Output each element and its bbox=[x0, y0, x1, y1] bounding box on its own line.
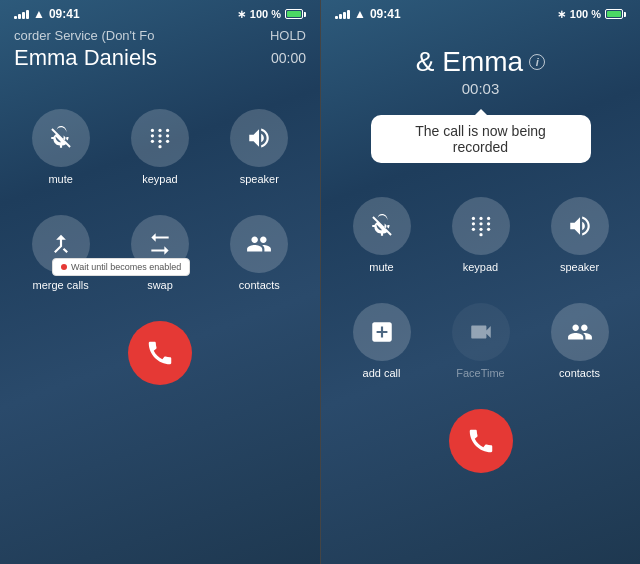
right-speaker-icon bbox=[567, 213, 593, 239]
left-button-grid-row2: merge calls swap contacts bbox=[0, 205, 320, 301]
svg-point-7 bbox=[158, 140, 161, 143]
right-battery-body bbox=[605, 9, 623, 19]
right-status-left: ▲ 09:41 bbox=[335, 7, 401, 21]
left-button-grid-row1: mute keypad speaker bbox=[0, 99, 320, 195]
right-mic-off-icon bbox=[369, 213, 395, 239]
right-time: 09:41 bbox=[370, 7, 401, 21]
left-battery-fill bbox=[287, 11, 301, 17]
left-speaker-circle[interactable] bbox=[230, 109, 288, 167]
right-contacts-icon bbox=[567, 319, 593, 345]
left-status-left: ▲ 09:41 bbox=[14, 7, 80, 21]
info-icon[interactable]: i bbox=[529, 54, 545, 70]
left-call-top-row: corder Service (Don't Fo HOLD bbox=[14, 28, 306, 43]
right-caller-name: & Emma bbox=[416, 46, 523, 78]
right-add-call-button[interactable]: add call bbox=[341, 303, 422, 379]
signal-bar-r4 bbox=[347, 10, 350, 19]
right-battery-tip bbox=[624, 12, 626, 17]
left-battery-percent: 100 % bbox=[250, 8, 281, 20]
left-contacts-circle[interactable] bbox=[230, 215, 288, 273]
svg-point-10 bbox=[471, 217, 474, 220]
right-wifi-icon: ▲ bbox=[354, 7, 366, 21]
left-phone-screen: ▲ 09:41 ∗ 100 % corder Service (Don't Fo… bbox=[0, 0, 320, 564]
right-end-call-icon bbox=[466, 426, 496, 456]
left-battery-body bbox=[285, 9, 303, 19]
right-signal-bars bbox=[335, 9, 350, 19]
right-mute-circle[interactable] bbox=[353, 197, 411, 255]
right-button-grid-row2: add call FaceTime contacts bbox=[321, 293, 640, 389]
right-end-call-container bbox=[321, 409, 640, 473]
svg-point-6 bbox=[151, 140, 154, 143]
left-mute-circle[interactable] bbox=[32, 109, 90, 167]
svg-point-11 bbox=[479, 217, 482, 220]
svg-point-3 bbox=[151, 134, 154, 137]
merge-icon bbox=[48, 231, 74, 257]
right-keypad-icon bbox=[468, 213, 494, 239]
right-keypad-label: keypad bbox=[463, 261, 498, 273]
svg-point-14 bbox=[479, 222, 482, 225]
speaker-icon bbox=[246, 125, 272, 151]
left-hold-badge: HOLD bbox=[270, 28, 306, 43]
left-contacts-label: contacts bbox=[239, 279, 280, 291]
svg-point-2 bbox=[166, 129, 169, 132]
left-keypad-button[interactable]: keypad bbox=[119, 109, 200, 185]
recording-tooltip: The call is now being recorded bbox=[371, 115, 591, 163]
left-speaker-button[interactable]: speaker bbox=[219, 109, 300, 185]
right-mute-button[interactable]: mute bbox=[341, 197, 422, 273]
right-speaker-button[interactable]: speaker bbox=[539, 197, 620, 273]
swap-icon bbox=[147, 231, 173, 257]
left-swap-label: swap bbox=[147, 279, 173, 291]
left-keypad-circle[interactable] bbox=[131, 109, 189, 167]
right-end-call-button[interactable] bbox=[449, 409, 513, 473]
left-mute-tooltip: Wait until becomes enabled bbox=[52, 258, 190, 276]
keypad-icon bbox=[147, 125, 173, 151]
right-add-call-label: add call bbox=[363, 367, 401, 379]
right-keypad-circle[interactable] bbox=[452, 197, 510, 255]
signal-bar-r2 bbox=[339, 14, 342, 19]
right-status-bar: ▲ 09:41 ∗ 100 % bbox=[321, 0, 640, 24]
right-facetime-button[interactable]: FaceTime bbox=[440, 303, 521, 379]
right-facetime-label: FaceTime bbox=[456, 367, 505, 379]
svg-point-1 bbox=[158, 129, 161, 132]
right-keypad-button[interactable]: keypad bbox=[440, 197, 521, 273]
right-speaker-label: speaker bbox=[560, 261, 599, 273]
contacts-icon bbox=[246, 231, 272, 257]
right-facetime-circle[interactable] bbox=[452, 303, 510, 361]
left-signal-bars bbox=[14, 9, 29, 19]
left-call-timer: 00:00 bbox=[271, 50, 306, 66]
right-call-timer: 00:03 bbox=[462, 80, 500, 97]
svg-point-17 bbox=[479, 228, 482, 231]
svg-point-9 bbox=[158, 145, 161, 148]
right-status-right: ∗ 100 % bbox=[557, 8, 626, 21]
left-caller-name: Emma Daniels bbox=[14, 45, 157, 71]
left-call-header: corder Service (Don't Fo HOLD Emma Danie… bbox=[0, 24, 320, 79]
left-mute-label: mute bbox=[48, 173, 72, 185]
left-service-label: corder Service (Don't Fo bbox=[14, 28, 154, 43]
left-end-call-button[interactable] bbox=[128, 321, 192, 385]
signal-bar-4 bbox=[26, 10, 29, 19]
left-status-right: ∗ 100 % bbox=[237, 8, 306, 21]
signal-bar-2 bbox=[18, 14, 21, 19]
left-merge-button[interactable]: merge calls bbox=[20, 215, 101, 291]
right-caller-name-row: & Emma i bbox=[416, 46, 545, 78]
facetime-icon bbox=[468, 319, 494, 345]
signal-bar-r1 bbox=[335, 16, 338, 19]
svg-point-5 bbox=[166, 134, 169, 137]
right-mute-label: mute bbox=[369, 261, 393, 273]
left-keypad-label: keypad bbox=[142, 173, 177, 185]
right-speaker-circle[interactable] bbox=[551, 197, 609, 255]
plus-icon bbox=[369, 319, 395, 345]
right-battery-percent: 100 % bbox=[570, 8, 601, 20]
right-button-grid-row1: mute keypad speaker bbox=[321, 187, 640, 283]
svg-point-13 bbox=[471, 222, 474, 225]
right-bluetooth-icon: ∗ bbox=[557, 8, 566, 21]
right-contacts-circle[interactable] bbox=[551, 303, 609, 361]
right-add-call-circle[interactable] bbox=[353, 303, 411, 361]
left-swap-button[interactable]: swap bbox=[119, 215, 200, 291]
svg-point-0 bbox=[151, 129, 154, 132]
left-status-bar: ▲ 09:41 ∗ 100 % bbox=[0, 0, 320, 24]
left-contacts-button[interactable]: contacts bbox=[219, 215, 300, 291]
end-call-icon bbox=[145, 338, 175, 368]
left-mute-tooltip-text: Wait until becomes enabled bbox=[71, 262, 181, 272]
left-mute-button[interactable]: mute bbox=[20, 109, 101, 185]
right-contacts-button[interactable]: contacts bbox=[539, 303, 620, 379]
